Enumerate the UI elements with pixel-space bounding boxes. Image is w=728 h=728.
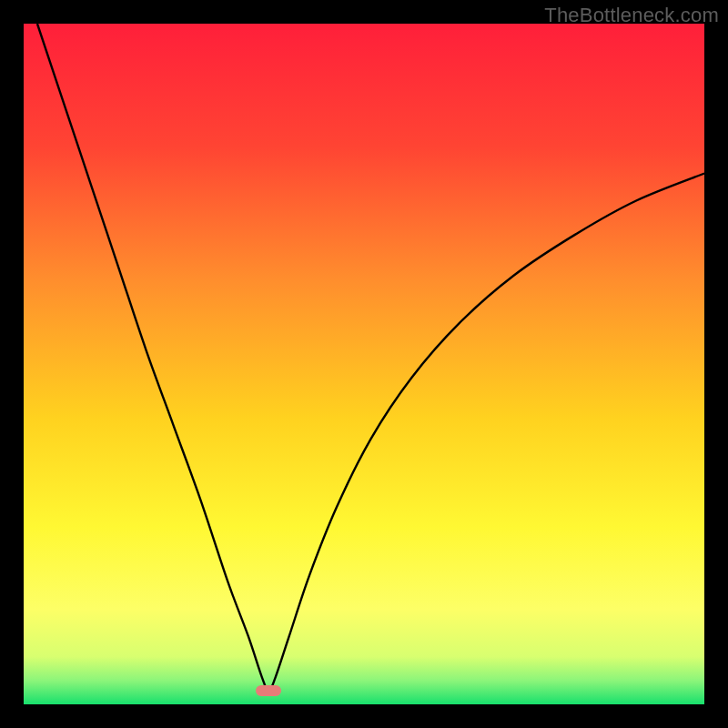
optimum-marker	[256, 685, 281, 696]
chart-frame	[24, 24, 704, 704]
bottleneck-chart	[24, 24, 704, 704]
gradient-background	[24, 24, 704, 704]
